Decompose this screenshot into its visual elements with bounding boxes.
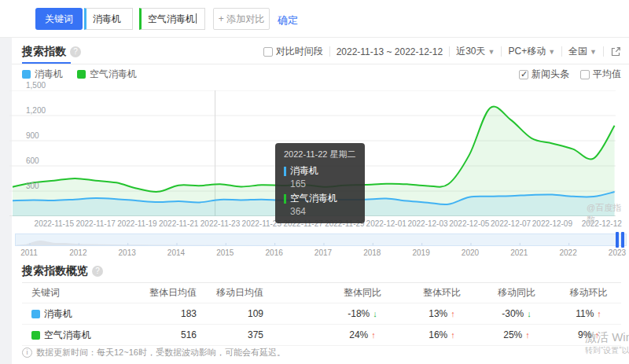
x-tick-label: 2022-11-19 [117, 219, 156, 228]
divider [449, 46, 450, 57]
divider [501, 46, 502, 57]
search-index-panel: 搜索指数? 对比时间段 2022-11-13 ~ 2022-12-12 近30天… [12, 38, 629, 364]
timeline-year-label: 2021 [510, 248, 528, 257]
tooltip-series-color-bar [284, 167, 286, 176]
table-header-spacer [263, 283, 318, 303]
help-icon[interactable]: ? [92, 266, 103, 277]
tab-label: 搜索指数 [22, 45, 66, 57]
time-range-value: 近30天 [456, 45, 485, 58]
compare-period-checkbox[interactable]: 对比时间段 [263, 45, 323, 58]
x-tick-label: 2022-11-21 [159, 219, 198, 228]
checkbox-icon[interactable] [263, 47, 273, 57]
timeline-year-label: 2011 [20, 248, 38, 257]
legend-swatch [77, 70, 86, 79]
divider [329, 46, 330, 57]
tooltip-series-name: 消毒机 [284, 164, 356, 178]
device-value: PC+移动 [508, 45, 546, 58]
y-tick-label: 300 [26, 182, 39, 190]
mobile-mom-cell: 11%↑ [556, 303, 621, 325]
x-tick-label: 2022-11-15 [35, 219, 74, 228]
arrow-down-icon: ↓ [373, 309, 377, 318]
keyword-button[interactable]: 关键词 [35, 8, 83, 30]
checkbox-icon[interactable] [580, 70, 590, 79]
region-value: 全国 [568, 45, 587, 58]
spacer-cell [263, 303, 318, 325]
text-cursor [196, 13, 197, 24]
export-icon[interactable] [610, 46, 621, 57]
x-tick-label: 2022-12-01 [366, 219, 406, 228]
windows-activation-watermark-sub: 转到“设置”以 [585, 345, 629, 356]
header-divider [12, 64, 629, 64]
chart-controls: 对比时间段 2022-11-13 ~ 2022-12-12 近30天▼ PC+移… [263, 45, 621, 58]
timeline-year-label: 2013 [119, 248, 136, 257]
average-checkbox[interactable]: 平均值 [580, 68, 621, 81]
x-tick-label: 2022-12-05 [449, 219, 489, 228]
arrow-up-icon: ↑ [525, 330, 530, 340]
tab-search-index[interactable]: 搜索指数? [22, 45, 81, 59]
news-headlines-checkbox[interactable]: 新闻头条 [519, 68, 569, 81]
timeline-year-label: 2016 [266, 248, 283, 257]
change-value: 25% [503, 329, 522, 340]
timeline-year-label: 2017 [314, 248, 332, 257]
average-label: 平均值 [593, 68, 621, 81]
keyword-name: 消毒机 [44, 307, 72, 321]
table-header-cell: 移动日均值 [197, 283, 263, 303]
timeline-year-label: 2015 [216, 248, 234, 257]
legend-item[interactable]: 空气消毒机 [77, 68, 137, 81]
chevron-down-icon: ▼ [488, 48, 495, 56]
time-range-select[interactable]: 近30天▼ [456, 45, 495, 58]
overall-daily-avg-cell: 183 [112, 303, 197, 325]
overall-mom-cell: 13%↑ [406, 303, 477, 325]
timeline-year-labels: 2011201220132014201520162017201820192020… [15, 248, 627, 258]
legend-label: 空气消毒机 [90, 68, 137, 81]
keyword-input-2[interactable]: 空气消毒机 [139, 8, 205, 30]
arrow-up-icon: ↑ [451, 330, 455, 340]
timeline-year-label: 2022 [560, 248, 577, 257]
chart-overlay-toggles: 新闻头条 平均值 [519, 68, 621, 81]
confirm-button[interactable]: 确定 [278, 13, 298, 28]
help-icon[interactable]: ? [70, 46, 81, 57]
table-header-cell: 整体同比 [318, 283, 406, 303]
keyword-cell: 空气消毒机 [22, 325, 112, 346]
x-tick-label: 2022-12-07 [491, 219, 531, 228]
table-row: 消毒机183109 -18%↓13%↑-30%↓11%↑ [22, 303, 621, 325]
overall-daily-avg-cell: 516 [112, 325, 197, 346]
overview-table: 关键词整体日均值移动日均值 整体同比整体环比移动同比移动环比消毒机183109 … [22, 282, 621, 346]
timeline-sparkline [16, 234, 626, 245]
overview-title-text: 搜索指数概览 [22, 264, 88, 277]
slider-handle-left[interactable] [616, 232, 619, 248]
timeline-year-label: 2018 [363, 248, 381, 257]
change-value: 16% [429, 329, 447, 340]
keyword-input-2-value: 空气消毒机 [148, 13, 195, 24]
overall-mom-cell: 16%↑ [406, 325, 477, 346]
mobile-daily-avg-cell: 375 [197, 325, 263, 346]
x-tick-label: 2022-11-17 [75, 219, 115, 228]
slider-handle-right[interactable] [621, 232, 624, 248]
arrow-up-icon: ↑ [451, 309, 455, 318]
y-tick-label: 1,200 [26, 106, 46, 115]
keyword-name: 空气消毒机 [44, 329, 91, 342]
baidu-index-page: 关键词 消毒机 空气消毒机 + 添加对比 确定 搜索指数? 对比时间段 2022… [0, 0, 629, 364]
compare-period-label: 对比时间段 [276, 45, 323, 58]
device-select[interactable]: PC+移动▼ [508, 45, 555, 58]
date-range[interactable]: 2022-11-13 ~ 2022-12-12 [337, 46, 443, 57]
mobile-daily-avg-cell: 109 [197, 303, 263, 325]
overview-title: 搜索指数概览? [22, 264, 103, 278]
region-select[interactable]: 全国▼ [568, 45, 597, 58]
keyword-input-1[interactable]: 消毒机 [84, 8, 133, 30]
add-compare-button[interactable]: + 添加对比 [213, 8, 270, 30]
timeline-slider[interactable] [15, 233, 627, 246]
tooltip-series-value: 364 [290, 206, 356, 217]
checkbox-icon[interactable] [519, 70, 528, 79]
tooltip-items: 消毒机165空气消毒机364 [284, 164, 356, 217]
legend-item[interactable]: 消毒机 [22, 68, 63, 81]
timeline-year-label: 2019 [413, 248, 430, 257]
overall-yoy-cell: 24%↑ [318, 325, 406, 346]
tooltip-series-value: 165 [290, 178, 356, 189]
x-tick-label: 2022-12-03 [407, 219, 447, 228]
timeline-year-label: 2012 [69, 248, 86, 257]
timeline-year-label: 2020 [462, 248, 479, 257]
legend-swatch [22, 70, 31, 79]
divider [603, 46, 604, 57]
change-value: 13% [429, 308, 447, 319]
